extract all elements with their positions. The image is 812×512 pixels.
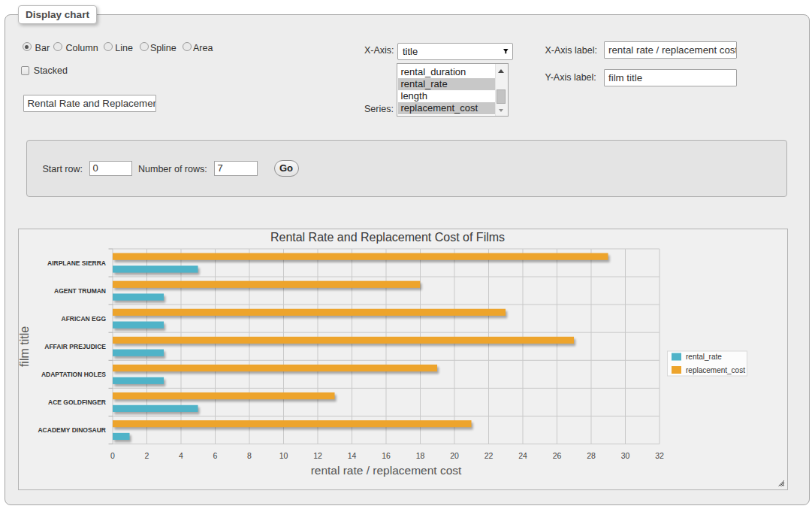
svg-text:ACADEMY DINOSAUR: ACADEMY DINOSAUR	[38, 426, 106, 434]
svg-text:ACE GOLDFINGER: ACE GOLDFINGER	[48, 398, 106, 406]
svg-text:20: 20	[450, 451, 459, 460]
svg-text:film title: film title	[18, 326, 31, 367]
svg-text:14: 14	[348, 451, 357, 460]
svg-text:26: 26	[553, 451, 562, 460]
svg-text:rental rate / replacement cost: rental rate / replacement cost	[311, 464, 462, 477]
svg-text:AFRICAN EGG: AFRICAN EGG	[62, 315, 107, 323]
svg-text:22: 22	[484, 451, 494, 460]
svg-text:30: 30	[621, 451, 630, 460]
svg-text:ADAPTATION HOLES: ADAPTATION HOLES	[41, 371, 106, 378]
svg-text:32: 32	[655, 451, 664, 460]
svg-text:Rental Rate and Replacement Co: Rental Rate and Replacement Cost of Film…	[270, 231, 505, 244]
svg-text:AGENT TRUMAN: AGENT TRUMAN	[54, 287, 106, 295]
svg-text:AIRPLANE SIERRA: AIRPLANE SIERRA	[47, 259, 106, 267]
svg-text:10: 10	[279, 451, 288, 460]
svg-text:4: 4	[179, 451, 183, 460]
svg-text:12: 12	[313, 451, 322, 460]
svg-text:8: 8	[247, 451, 252, 460]
svg-text:0: 0	[110, 451, 115, 460]
svg-text:2: 2	[145, 451, 149, 460]
svg-text:16: 16	[382, 451, 391, 460]
svg-text:6: 6	[213, 451, 218, 460]
svg-text:28: 28	[587, 451, 596, 460]
svg-text:AFFAIR PREJUDICE: AFFAIR PREJUDICE	[44, 343, 106, 350]
svg-text:18: 18	[416, 451, 425, 460]
svg-text:24: 24	[518, 451, 527, 460]
svg-text:rental_rate: rental_rate	[686, 353, 722, 361]
svg-text:replacement_cost: replacement_cost	[686, 366, 745, 374]
